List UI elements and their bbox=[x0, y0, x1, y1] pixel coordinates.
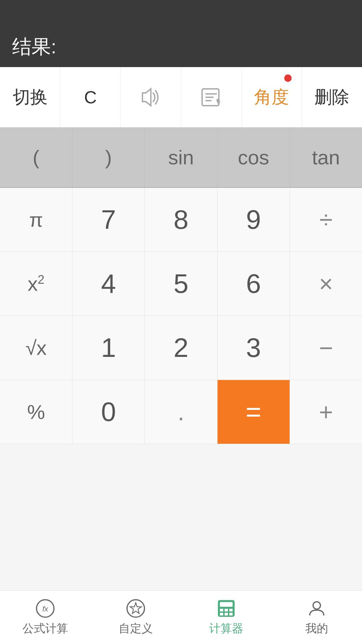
2-label: 2 bbox=[174, 332, 189, 363]
divide-label: ÷ bbox=[319, 206, 333, 233]
svg-marker-0 bbox=[142, 89, 151, 106]
nav-calculator[interactable]: 计算器 bbox=[181, 591, 272, 644]
svg-rect-12 bbox=[220, 609, 223, 611]
add-button[interactable]: + bbox=[290, 380, 362, 444]
percent-label: % bbox=[27, 400, 45, 424]
add-label: + bbox=[319, 398, 333, 426]
svg-rect-17 bbox=[229, 613, 233, 615]
nav-custom-label: 自定义 bbox=[119, 621, 153, 636]
7-button[interactable]: 7 bbox=[72, 188, 145, 252]
2-button[interactable]: 2 bbox=[145, 316, 217, 380]
clear-button[interactable]: C bbox=[60, 67, 121, 127]
calc-row-4: % 0 . = + bbox=[0, 380, 362, 444]
calc-grid: π 7 8 9 ÷ x2 4 5 6 × bbox=[0, 188, 362, 444]
result-area: 结果: bbox=[0, 27, 362, 67]
result-label: 结果: bbox=[12, 34, 56, 60]
equals-button[interactable]: = bbox=[218, 380, 290, 444]
3-label: 3 bbox=[246, 332, 261, 363]
right-paren-button[interactable]: ) bbox=[72, 127, 145, 187]
nav-formula[interactable]: fx 公式计算 bbox=[0, 591, 90, 644]
svg-text:fx: fx bbox=[42, 605, 48, 613]
clear-label: C bbox=[84, 87, 97, 107]
subtract-button[interactable]: − bbox=[290, 316, 362, 380]
nav-mine-label: 我的 bbox=[305, 621, 328, 636]
pi-label: π bbox=[29, 208, 43, 231]
delete-label: 删除 bbox=[314, 86, 349, 109]
9-label: 9 bbox=[246, 204, 261, 235]
calculator-icon bbox=[217, 599, 236, 618]
left-paren-button[interactable]: ( bbox=[0, 127, 72, 187]
cos-label: cos bbox=[238, 146, 269, 169]
multiply-button[interactable]: × bbox=[290, 252, 362, 316]
bottom-nav: fx 公式计算 自定义 计算器 我的 bbox=[0, 590, 362, 644]
svg-rect-14 bbox=[229, 609, 233, 611]
6-label: 6 bbox=[246, 268, 261, 299]
sound-icon bbox=[139, 86, 163, 109]
svg-rect-16 bbox=[225, 613, 228, 615]
angle-label: 角度 bbox=[254, 86, 289, 109]
0-button[interactable]: 0 bbox=[72, 380, 145, 444]
3-button[interactable]: 3 bbox=[218, 316, 290, 380]
calc-row-1: π 7 8 9 ÷ bbox=[0, 188, 362, 252]
tan-label: tan bbox=[312, 146, 340, 169]
x-squared-label: x2 bbox=[28, 272, 45, 296]
angle-button[interactable]: 角度 bbox=[242, 67, 302, 127]
pi-button[interactable]: π bbox=[0, 188, 72, 252]
nav-calculator-label: 计算器 bbox=[209, 621, 243, 636]
left-paren-label: ( bbox=[33, 146, 40, 169]
divide-button[interactable]: ÷ bbox=[290, 188, 362, 252]
svg-marker-9 bbox=[130, 603, 141, 613]
tan-button[interactable]: tan bbox=[290, 127, 362, 187]
x-squared-button[interactable]: x2 bbox=[0, 252, 72, 316]
sqrt-label: √x bbox=[25, 336, 47, 360]
0-label: 0 bbox=[101, 396, 116, 427]
multiply-label: × bbox=[319, 270, 333, 298]
history-button[interactable] bbox=[181, 67, 242, 127]
calc-row-2: x2 4 5 6 × bbox=[0, 252, 362, 316]
decimal-label: . bbox=[178, 398, 184, 426]
cos-button[interactable]: cos bbox=[218, 127, 290, 187]
8-button[interactable]: 8 bbox=[145, 188, 217, 252]
svg-point-18 bbox=[313, 602, 320, 609]
switch-label: 切换 bbox=[13, 86, 48, 109]
subtract-label: − bbox=[319, 334, 333, 362]
svg-marker-5 bbox=[216, 98, 220, 104]
nav-mine[interactable]: 我的 bbox=[272, 591, 362, 644]
sqrt-button[interactable]: √x bbox=[0, 316, 72, 380]
7-label: 7 bbox=[101, 204, 116, 235]
svg-rect-15 bbox=[220, 613, 223, 615]
svg-rect-13 bbox=[225, 609, 228, 611]
9-button[interactable]: 9 bbox=[218, 188, 290, 252]
decimal-button[interactable]: . bbox=[145, 380, 217, 444]
calc-row-3: √x 1 2 3 − bbox=[0, 316, 362, 380]
sin-button[interactable]: sin bbox=[145, 127, 217, 187]
svg-rect-11 bbox=[220, 602, 233, 607]
percent-button[interactable]: % bbox=[0, 380, 72, 444]
1-button[interactable]: 1 bbox=[72, 316, 145, 380]
equals-label: = bbox=[246, 396, 261, 427]
right-paren-label: ) bbox=[105, 146, 112, 169]
status-bar bbox=[0, 0, 362, 27]
6-button[interactable]: 6 bbox=[218, 252, 290, 316]
8-label: 8 bbox=[174, 204, 189, 235]
angle-red-dot bbox=[284, 74, 292, 82]
4-button[interactable]: 4 bbox=[72, 252, 145, 316]
sin-label: sin bbox=[168, 146, 194, 169]
fx-icon: fx bbox=[36, 599, 55, 618]
4-label: 4 bbox=[101, 268, 116, 299]
trig-row: ( ) sin cos tan bbox=[0, 127, 362, 188]
user-icon bbox=[307, 599, 326, 618]
1-label: 1 bbox=[101, 332, 116, 363]
5-button[interactable]: 5 bbox=[145, 252, 217, 316]
switch-button[interactable]: 切换 bbox=[0, 67, 60, 127]
nav-custom[interactable]: 自定义 bbox=[90, 591, 181, 644]
history-icon bbox=[199, 86, 223, 109]
5-label: 5 bbox=[174, 268, 189, 299]
sound-button[interactable] bbox=[121, 67, 181, 127]
toolbar: 切换 C 角度 删除 bbox=[0, 67, 362, 127]
star-icon bbox=[126, 599, 145, 618]
nav-formula-label: 公式计算 bbox=[22, 621, 68, 636]
delete-button[interactable]: 删除 bbox=[302, 67, 362, 127]
